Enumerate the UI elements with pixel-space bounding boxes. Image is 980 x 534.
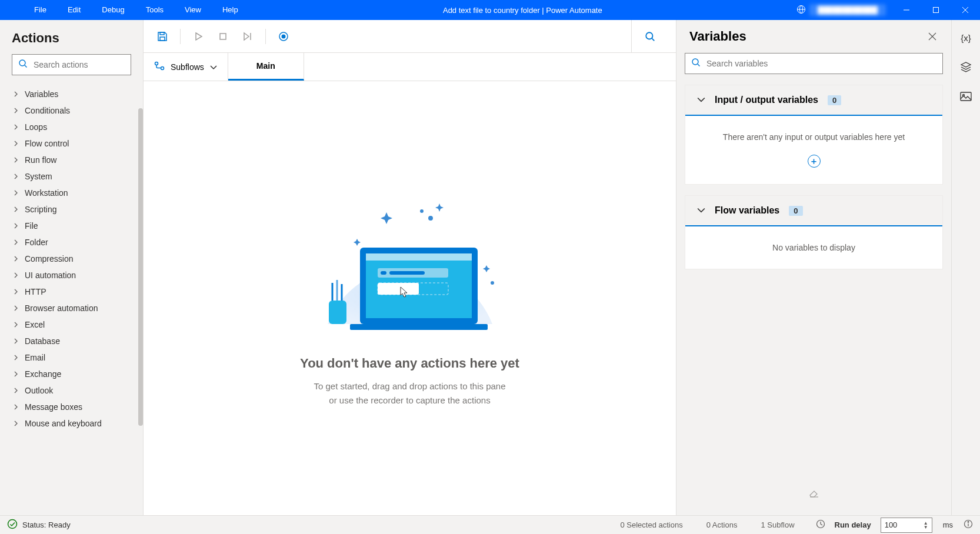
ui-elements-rail-button[interactable] [959, 60, 973, 74]
svg-marker-36 [483, 265, 490, 272]
action-category[interactable]: Message boxes [0, 399, 143, 415]
run-delay-label: Run delay [835, 520, 871, 529]
menu-view[interactable]: View [174, 0, 212, 20]
actions-count: 0 Actions [706, 520, 738, 529]
action-category-label: File [25, 221, 38, 231]
images-rail-button[interactable] [959, 89, 973, 104]
designer-search-button[interactable] [631, 20, 668, 53]
separator [265, 29, 266, 44]
svg-rect-29 [378, 283, 419, 295]
actions-search-box[interactable] [12, 54, 131, 75]
svg-marker-13 [244, 33, 249, 40]
action-category[interactable]: Database [0, 333, 143, 349]
io-variables-header[interactable]: Input / output variables 0 [685, 85, 942, 116]
flow-variables-section: Flow variables 0 No variables to display [685, 195, 943, 269]
chevron-down-icon [697, 205, 705, 216]
run-button[interactable] [188, 26, 209, 47]
action-category[interactable]: Loops [0, 119, 143, 135]
minimize-button[interactable] [892, 0, 921, 20]
chevron-right-icon [13, 287, 19, 296]
svg-marker-34 [381, 212, 392, 224]
chevron-right-icon [13, 238, 19, 247]
action-category-label: Conditionals [25, 106, 70, 115]
svg-point-40 [491, 281, 494, 285]
actions-scrollbar[interactable] [138, 108, 143, 426]
actions-category-list[interactable]: Variables Conditionals Loops Flow contro… [0, 84, 143, 515]
svg-point-20 [161, 67, 164, 70]
io-variables-section: Input / output variables 0 There aren't … [685, 85, 943, 185]
action-category[interactable]: Flow control [0, 135, 143, 152]
chevron-right-icon [13, 122, 19, 132]
chevron-right-icon [13, 188, 19, 198]
menu-edit[interactable]: Edit [57, 0, 91, 20]
chevron-right-icon [13, 369, 19, 379]
action-category[interactable]: Outlook [0, 382, 143, 399]
io-variables-title: Input / output variables [715, 95, 818, 105]
chevron-right-icon [13, 139, 19, 148]
action-category[interactable]: Variables [0, 86, 143, 102]
environment-pill[interactable]: ████████████ [809, 4, 886, 16]
action-category[interactable]: HTTP [0, 283, 143, 300]
save-button[interactable] [152, 26, 173, 47]
action-category[interactable]: Workstation [0, 185, 143, 201]
search-icon [18, 59, 28, 71]
variables-search-input[interactable] [706, 59, 936, 68]
menu-tools[interactable]: Tools [135, 0, 174, 20]
clear-filter-button[interactable] [808, 481, 820, 507]
action-category-label: Excel [25, 320, 45, 329]
empty-state: You don't have any actions here yet To g… [144, 81, 676, 515]
svg-rect-23 [366, 253, 472, 261]
flow-variables-header[interactable]: Flow variables 0 [685, 196, 942, 226]
action-category-label: Browser automation [25, 303, 98, 313]
svg-rect-30 [329, 301, 346, 324]
stop-button[interactable] [212, 26, 234, 47]
info-icon[interactable] [964, 519, 973, 530]
action-category[interactable]: Compression [0, 251, 143, 267]
action-category[interactable]: Excel [0, 316, 143, 333]
record-button[interactable] [273, 26, 294, 47]
run-delay-value: 100 [885, 520, 898, 529]
clock-icon [816, 519, 825, 530]
svg-marker-35 [435, 203, 444, 212]
action-category[interactable]: UI automation [0, 267, 143, 283]
action-category-label: Scripting [25, 205, 56, 214]
svg-rect-26 [381, 271, 386, 275]
menu-debug[interactable]: Debug [91, 0, 135, 20]
action-category[interactable]: Mouse and keyboard [0, 415, 143, 432]
menu-file[interactable]: File [24, 0, 57, 20]
action-category-label: Run flow [25, 155, 56, 165]
close-variables-button[interactable] [923, 27, 942, 46]
subflows-dropdown[interactable]: Subflows [144, 53, 228, 81]
action-category[interactable]: Run flow [0, 152, 143, 168]
tab-main[interactable]: Main [228, 53, 304, 81]
run-delay-input[interactable]: 100 ▲▼ [881, 518, 932, 533]
action-category[interactable]: Conditionals [0, 102, 143, 119]
actions-search-input[interactable] [34, 60, 136, 69]
svg-rect-9 [160, 32, 164, 35]
action-category[interactable]: Exchange [0, 366, 143, 382]
run-delay-spinner[interactable]: ▲▼ [924, 521, 928, 529]
variables-search-box[interactable] [685, 53, 943, 74]
action-category[interactable]: Folder [0, 234, 143, 251]
designer-area: Subflows Main [144, 20, 676, 515]
action-category-label: Flow control [25, 139, 69, 148]
variables-rail-button[interactable]: {x} [959, 31, 973, 45]
action-category-label: Compression [25, 254, 73, 263]
action-category[interactable]: Scripting [0, 201, 143, 218]
svg-line-8 [25, 65, 27, 68]
menu-help[interactable]: Help [212, 0, 249, 20]
empty-line-2: or use the recorder to capture the actio… [329, 395, 490, 405]
add-io-variable-button[interactable]: ＋ [808, 155, 821, 168]
actions-heading: Actions [0, 20, 143, 54]
action-category[interactable]: System [0, 168, 143, 185]
action-category-label: UI automation [25, 271, 76, 280]
maximize-button[interactable] [921, 0, 951, 20]
step-button[interactable] [237, 26, 258, 47]
action-category-label: Database [25, 336, 60, 346]
close-button[interactable] [951, 0, 980, 20]
action-category[interactable]: File [0, 218, 143, 234]
action-category[interactable]: Email [0, 349, 143, 366]
action-category[interactable]: Browser automation [0, 300, 143, 316]
svg-rect-24 [350, 324, 488, 330]
chevron-right-icon [13, 221, 19, 231]
